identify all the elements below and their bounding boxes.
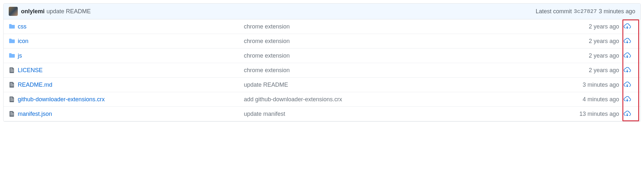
commit-sha[interactable]: 3c27827 bbox=[574, 8, 597, 15]
file-age: 4 minutes ago bbox=[555, 96, 619, 103]
download-button[interactable] bbox=[619, 95, 635, 103]
file-age: 13 minutes ago bbox=[555, 111, 619, 117]
download-button[interactable] bbox=[619, 52, 635, 60]
file-age: 2 years ago bbox=[555, 38, 619, 45]
file-icon bbox=[9, 82, 18, 88]
file-age: 2 years ago bbox=[555, 67, 619, 74]
cloud-download-icon bbox=[623, 66, 631, 74]
file-age: 2 years ago bbox=[555, 52, 619, 59]
file-name-cell: js bbox=[18, 52, 244, 59]
file-name-cell: github-downloader-extensions.crx bbox=[18, 96, 244, 103]
file-commit-message[interactable]: chrome extension bbox=[244, 67, 555, 74]
file-row: manifest.jsonupdate manifest13 minutes a… bbox=[4, 107, 640, 121]
file-rows: csschrome extension2 years agoiconchrome… bbox=[4, 19, 640, 121]
file-commit-message[interactable]: update README bbox=[244, 82, 555, 88]
file-link[interactable]: LICENSE bbox=[18, 67, 43, 73]
download-button[interactable] bbox=[619, 81, 635, 89]
file-listing-box: onlylemi update README Latest commit 3c2… bbox=[3, 3, 641, 122]
download-button[interactable] bbox=[619, 66, 635, 74]
file-commit-message[interactable]: chrome extension bbox=[244, 38, 555, 45]
cloud-download-icon bbox=[623, 23, 631, 30]
cloud-download-icon bbox=[623, 110, 631, 118]
cloud-download-icon bbox=[623, 81, 631, 89]
folder-icon bbox=[9, 52, 18, 59]
file-row: iconchrome extension2 years ago bbox=[4, 34, 640, 49]
file-link[interactable]: css bbox=[18, 23, 26, 30]
author-name[interactable]: onlylemi bbox=[21, 8, 45, 15]
file-row: README.mdupdate README3 minutes ago bbox=[4, 78, 640, 92]
cloud-download-icon bbox=[623, 95, 631, 103]
file-icon bbox=[9, 111, 18, 117]
file-row: LICENSEchrome extension2 years ago bbox=[4, 63, 640, 78]
commit-message[interactable]: update README bbox=[47, 8, 91, 15]
file-row: jschrome extension2 years ago bbox=[4, 49, 640, 63]
folder-icon bbox=[9, 23, 18, 30]
download-button[interactable] bbox=[619, 23, 635, 30]
commit-header: onlylemi update README Latest commit 3c2… bbox=[4, 4, 640, 19]
file-age: 3 minutes ago bbox=[555, 82, 619, 88]
file-commit-message[interactable]: chrome extension bbox=[244, 52, 555, 59]
commit-time: 3 minutes ago bbox=[599, 8, 635, 15]
file-icon bbox=[9, 67, 18, 73]
author-avatar[interactable] bbox=[9, 7, 18, 16]
file-row: github-downloader-extensions.crxadd gith… bbox=[4, 92, 640, 107]
cloud-download-icon bbox=[623, 52, 631, 60]
folder-icon bbox=[9, 38, 18, 44]
download-button[interactable] bbox=[619, 110, 635, 118]
file-commit-message[interactable]: update manifest bbox=[244, 111, 555, 117]
download-button[interactable] bbox=[619, 37, 635, 45]
file-link[interactable]: README.md bbox=[18, 82, 52, 88]
commit-meta: Latest commit 3c27827 3 minutes ago bbox=[535, 8, 635, 15]
file-name-cell: css bbox=[18, 23, 244, 30]
file-commit-message[interactable]: add github-downloader-extensions.crx bbox=[244, 96, 555, 103]
cloud-download-icon bbox=[623, 37, 631, 45]
file-link[interactable]: icon bbox=[18, 38, 28, 44]
file-link[interactable]: manifest.json bbox=[18, 111, 52, 117]
file-age: 2 years ago bbox=[555, 23, 619, 30]
file-commit-message[interactable]: chrome extension bbox=[244, 23, 555, 30]
file-name-cell: icon bbox=[18, 38, 244, 45]
file-name-cell: manifest.json bbox=[18, 111, 244, 117]
file-name-cell: README.md bbox=[18, 82, 244, 88]
file-row: csschrome extension2 years ago bbox=[4, 19, 640, 34]
file-link[interactable]: js bbox=[18, 52, 22, 59]
latest-commit-label: Latest commit bbox=[535, 8, 572, 15]
file-name-cell: LICENSE bbox=[18, 67, 244, 74]
file-icon bbox=[9, 96, 18, 103]
file-link[interactable]: github-downloader-extensions.crx bbox=[18, 96, 105, 103]
